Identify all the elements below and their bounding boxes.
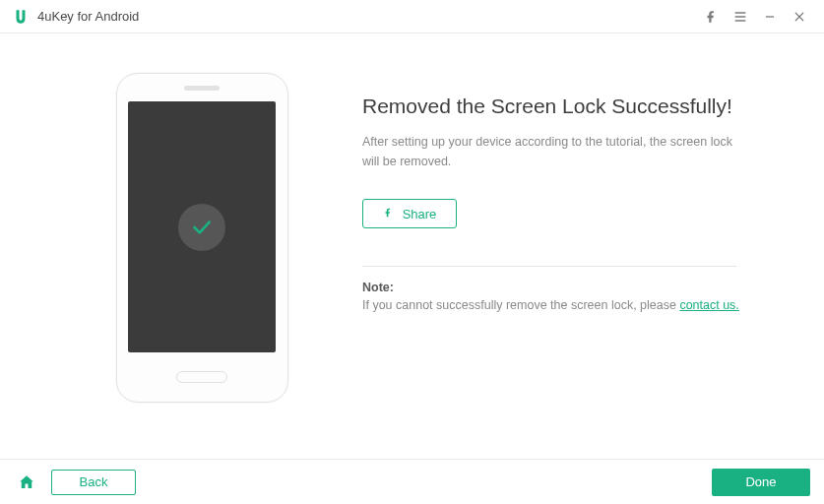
success-headline: Removed the Screen Lock Successfully! xyxy=(362,94,785,118)
note-text-body: If you cannot successfully remove the sc… xyxy=(362,298,679,312)
phone-speaker xyxy=(184,86,220,91)
svg-rect-1 xyxy=(735,16,746,17)
svg-rect-0 xyxy=(735,12,746,13)
app-logo-icon xyxy=(12,8,30,26)
minimize-icon[interactable] xyxy=(755,2,785,32)
share-button-label: Share xyxy=(403,207,437,221)
home-icon[interactable] xyxy=(14,470,39,495)
svg-rect-3 xyxy=(766,16,774,17)
phone-screen xyxy=(128,101,276,352)
app-title: 4uKey for Android xyxy=(37,9,139,24)
note-text: If you cannot successfully remove the sc… xyxy=(362,298,785,312)
back-button[interactable]: Back xyxy=(51,470,136,495)
divider xyxy=(362,266,736,267)
note-label: Note: xyxy=(362,281,785,294)
checkmark-circle-icon xyxy=(178,204,225,251)
success-subtext: After setting up your device according t… xyxy=(362,132,736,171)
contact-us-link[interactable]: contact us. xyxy=(679,298,738,312)
phone-mockup xyxy=(116,73,288,403)
close-icon[interactable] xyxy=(785,2,814,32)
done-button[interactable]: Done xyxy=(712,469,810,496)
menu-icon[interactable] xyxy=(726,2,755,32)
phone-home-button xyxy=(176,371,227,383)
facebook-small-icon xyxy=(383,205,393,223)
svg-rect-2 xyxy=(735,20,746,21)
facebook-icon[interactable] xyxy=(696,2,726,32)
share-button[interactable]: Share xyxy=(362,199,457,228)
